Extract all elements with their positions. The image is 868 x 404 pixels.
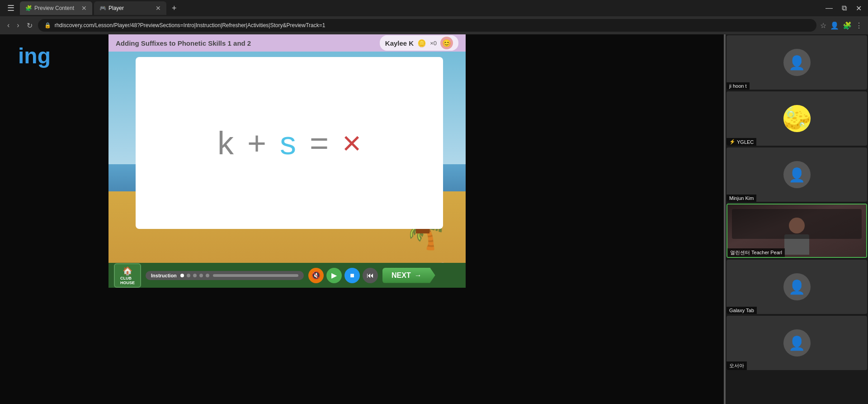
play-icon: ▶ [331,271,337,280]
person-icon-minjun: 👤 [788,167,805,183]
spongebob-avatar: 🧽 [783,105,811,132]
participant-name-minjun: Minjun Kim [726,195,756,202]
participant-name-teacher: 열린센터 Teacher Pearl [727,248,785,257]
stop-button[interactable]: ■ [344,268,360,283]
participant-video-minjun: 👤 [726,147,867,202]
tab-player[interactable]: 🎮 Player ✕ [94,1,166,15]
clubhouse-label: CLUBHOUSE [120,276,135,285]
game-container: ☁ Adding Suffixes to Phonetic Skills 1 a… [108,34,466,404]
progress-section: Instruction [146,271,304,280]
new-tab-button[interactable]: + [168,4,180,13]
window-controls: — ⧉ ✕ [823,3,864,14]
equation-result: × [342,124,361,162]
participant-name-text-oseoa: 오서아 [729,362,744,369]
tab-preview-content[interactable]: 🧩 Preview Content ✕ [20,1,92,15]
address-bar: ‹ › ↻ 🔒 rhdiscovery.com/Lesson/Player/48… [0,16,868,34]
spongebob-icon: 🧽 [783,105,811,132]
preview-content-favicon: 🧩 [25,5,32,11]
coin-icon: 🪙 [417,39,426,48]
player-info: Kaylee K 🪙 ×0 😊 [380,35,458,51]
participant-name-jihoon: ji hoon t [726,82,750,90]
next-button[interactable]: NEXT → [382,268,435,283]
participant-card-minjun: 👤 Minjun Kim [726,147,867,202]
participant-video-galaxytab: 👤 [726,260,867,314]
clubhouse-icon: 🏠 [123,266,132,276]
player-favicon: 🎮 [99,5,106,11]
progress-dot-1 [180,274,184,277]
progress-bar [213,274,298,277]
tab-preview-content-label: Preview Content [34,5,74,11]
extensions-icon[interactable]: 🧩 [843,21,852,30]
equation-display: k + s = × [217,124,361,162]
browser-menu-button[interactable]: ☰ [4,3,18,13]
address-actions: ☆ 👤 🧩 ⋮ [820,21,863,30]
main-area: ing ☁ Adding Suffixes to Phonetic Skills… [0,34,868,404]
equation-equals: = [310,124,329,162]
profile-icon[interactable]: 👤 [830,21,839,30]
participants-panel: 👤 ji hoon t 🧽 ⚡ YGLEC [726,34,868,404]
url-box[interactable]: 🔒 rhdiscovery.com/Lesson/Player/48?Previ… [38,19,816,32]
player-name: Kaylee K [385,39,414,47]
person-icon: 👤 [788,55,805,71]
participant-avatar-minjun: 👤 [783,161,811,188]
participant-name-yglec: ⚡ YGLEC [726,138,756,146]
participant-video-yglec: 🧽 [726,91,867,146]
game-header: Adding Suffixes to Phonetic Skills 1 and… [108,34,466,52]
game-toolbar: 🏠 CLUBHOUSE Instruction [108,263,466,288]
minimize-button[interactable]: — [823,3,835,13]
participant-name-text-jihoon: ji hoon t [729,83,747,89]
clubhouse-button[interactable]: 🏠 CLUBHOUSE [114,263,141,288]
speaker-icon: 🔇 [311,271,321,280]
content-card: k + s = × [136,57,443,229]
play-button[interactable]: ▶ [326,268,342,283]
rewind-button[interactable]: ⏮ [363,268,378,283]
close-button[interactable]: ✕ [853,3,864,14]
participant-name-text-yglec: YGLEC [737,139,754,145]
participant-avatar-oseoa: 👤 [783,329,811,356]
refresh-button[interactable]: ↻ [25,20,34,31]
forward-button[interactable]: › [15,20,21,30]
player-panel: ing ☁ Adding Suffixes to Phonetic Skills… [0,34,724,404]
tab-player-label: Player [108,5,124,11]
participant-video-oseoa: 👤 [726,316,867,370]
url-text: rhdiscovery.com/Lesson/Player/48?Preview… [55,22,810,29]
player-avatar: 😊 [440,37,453,49]
avatar-emoji: 😊 [442,39,451,48]
progress-dot-3 [193,274,197,277]
participant-card-yglec: 🧽 ⚡ YGLEC [726,91,867,146]
ing-word: ing [18,44,51,68]
participant-card-teacher: 열린센터 Teacher Pearl [726,204,867,258]
participant-video-jihoon: 👤 [726,35,867,90]
participant-avatar-jihoon: 👤 [783,49,811,76]
equation-plus: + [247,124,266,162]
yglec-icon: ⚡ [729,139,736,145]
tab-player-close[interactable]: ✕ [156,5,161,12]
next-arrow-icon: → [415,271,422,280]
back-button[interactable]: ‹ [5,20,11,30]
maximize-button[interactable]: ⧉ [839,3,849,13]
participant-card-jihoon: 👤 ji hoon t [726,35,867,90]
mute-button[interactable]: 🔇 [308,268,324,283]
equation-k: k [217,124,234,162]
stop-icon: ■ [350,271,354,280]
participant-name-galaxytab: Galaxy Tab [726,307,757,314]
progress-dots [180,274,209,277]
bookmark-icon[interactable]: ☆ [820,21,826,30]
rewind-icon: ⏮ [367,271,374,280]
yglec-badge: ⚡ YGLEC [729,139,754,145]
progress-dot-4 [199,274,203,277]
progress-dot-2 [187,274,190,277]
participant-card-oseoa: 👤 오서아 [726,316,867,370]
game-frame: ☁ Adding Suffixes to Phonetic Skills 1 a… [108,34,466,288]
participant-avatar-galaxytab: 👤 [783,273,811,300]
next-label: NEXT [392,271,411,280]
person-icon-oseoa: 👤 [788,335,805,351]
game-title: Adding Suffixes to Phonetic Skills 1 and… [116,39,251,47]
progress-dot-5 [206,274,209,277]
person-icon-galaxy: 👤 [788,279,805,295]
tab-preview-content-close[interactable]: ✕ [81,5,87,12]
menu-icon[interactable]: ⋮ [855,21,863,30]
monitor-bg [732,209,862,239]
participant-name-text-minjun: Minjun Kim [729,195,754,201]
participant-name-oseoa: 오서아 [726,361,747,370]
